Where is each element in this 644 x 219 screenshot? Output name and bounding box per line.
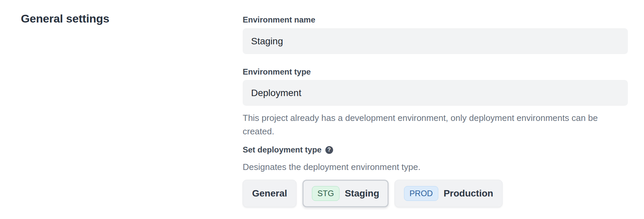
environment-type-value: Deployment xyxy=(251,88,301,98)
deployment-type-option-staging[interactable]: STG Staging xyxy=(303,180,389,207)
deployment-type-description: Designates the deployment environment ty… xyxy=(243,160,628,174)
deployment-type-options: General STG Staging PROD Production xyxy=(243,180,628,207)
option-staging-label: Staging xyxy=(345,188,379,199)
environment-name-value: Staging xyxy=(251,36,283,47)
environment-type-input[interactable]: Deployment xyxy=(243,80,628,106)
environment-name-label: Environment name xyxy=(243,15,628,25)
production-badge: PROD xyxy=(404,186,438,201)
settings-form: Environment name Staging Environment typ… xyxy=(243,0,628,207)
option-general-label: General xyxy=(252,188,287,199)
deployment-type-option-production[interactable]: PROD Production xyxy=(395,180,502,207)
page-title: General settings xyxy=(21,12,109,25)
staging-badge: STG xyxy=(312,186,339,201)
deployment-type-label-row: Set deployment type ? xyxy=(243,145,628,155)
deployment-type-label: Set deployment type xyxy=(243,145,322,155)
environment-type-help-text: This project already has a development e… xyxy=(243,111,628,138)
option-production-label: Production xyxy=(444,188,493,199)
deployment-type-option-general[interactable]: General xyxy=(243,180,296,207)
general-settings-page: General settings Environment name Stagin… xyxy=(0,0,644,219)
environment-type-label: Environment type xyxy=(243,67,628,77)
question-mark-icon[interactable]: ? xyxy=(325,146,333,154)
environment-name-input[interactable]: Staging xyxy=(243,28,628,54)
